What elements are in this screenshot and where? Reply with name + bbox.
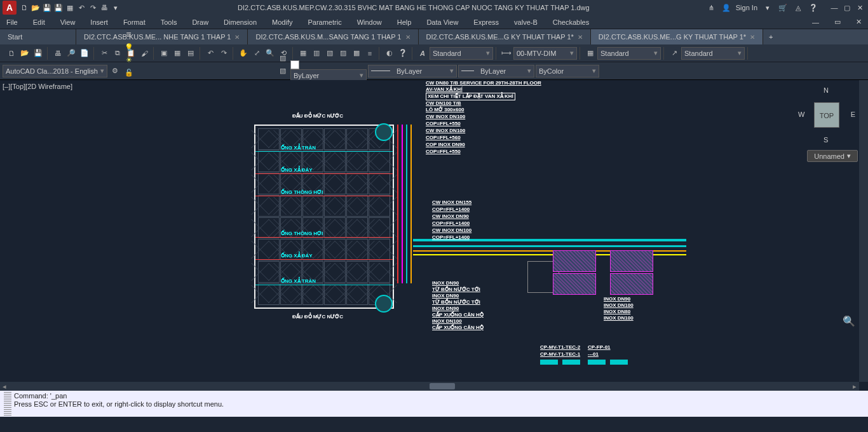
render-icon[interactable]: ◐ bbox=[383, 47, 396, 60]
linetype-dropdown[interactable]: ByLayer▾ bbox=[368, 65, 457, 78]
signin-link[interactable]: Sign In bbox=[736, 4, 757, 11]
menu-window[interactable]: Window bbox=[357, 18, 382, 26]
hatch-icon[interactable]: ▨ bbox=[276, 52, 289, 65]
layerprops-icon[interactable]: ≣ bbox=[123, 29, 135, 41]
menu-parametric[interactable]: Parametric bbox=[308, 18, 341, 26]
dd-icon[interactable]: ▾ bbox=[763, 3, 773, 13]
menu-express[interactable]: Express bbox=[473, 18, 499, 26]
tab-3[interactable]: DI2.CTC.ASB.KUS.ME...G KY THUAT THAP 1*✕ bbox=[419, 29, 591, 44]
redo-icon[interactable]: ↷ bbox=[217, 47, 230, 60]
tab-2[interactable]: DI2.CTC.ASB.KUS.M...SANG TANG 1 THAP 1✕ bbox=[248, 29, 418, 44]
magnifier-icon[interactable]: 🔍 bbox=[843, 315, 855, 327]
tablestyle-dropdown[interactable]: Standard▾ bbox=[597, 47, 661, 60]
menu-view[interactable]: View bbox=[60, 18, 76, 26]
viewcube-face[interactable]: TOP bbox=[814, 102, 839, 128]
cut-icon[interactable]: ✂ bbox=[98, 47, 111, 60]
cart-icon[interactable]: 🛒 bbox=[778, 3, 788, 13]
tab-start[interactable]: Start bbox=[0, 29, 76, 44]
menu-file[interactable]: File bbox=[6, 18, 18, 26]
grip-icon[interactable] bbox=[4, 392, 11, 415]
menu-valveb[interactable]: valve-B bbox=[514, 18, 538, 26]
tab-4[interactable]: DI2.CTC.ASB.KUS.ME...G KY THUAT THAP 1*✕ bbox=[591, 29, 763, 44]
mlead-icon[interactable]: ↗ bbox=[668, 47, 681, 60]
dim-icon[interactable]: ⟼ bbox=[500, 47, 513, 60]
menu-checkables[interactable]: Checkables bbox=[553, 18, 589, 26]
dimstyle-dropdown[interactable]: 00-MTV-DIM▾ bbox=[513, 47, 577, 60]
share-icon[interactable]: ◬ bbox=[793, 3, 803, 13]
bulb-icon[interactable]: 💡 bbox=[123, 41, 135, 54]
menu-modify[interactable]: Modify bbox=[272, 18, 292, 26]
viewport-label[interactable]: [–][Top][2D Wireframe] bbox=[3, 83, 72, 90]
open-icon[interactable]: 📂 bbox=[31, 3, 41, 13]
dropdown-icon[interactable]: ▾ bbox=[111, 3, 121, 13]
scrollbar-horizontal[interactable]: ◂ ▸ bbox=[0, 382, 859, 391]
help-icon[interactable]: ❔ bbox=[808, 3, 818, 13]
new-icon[interactable]: 🗋 bbox=[19, 3, 29, 13]
misc-icon[interactable]: ▦ bbox=[65, 3, 75, 13]
tab-1[interactable]: DI2.CTC.ASB.KUS.ME... NHE TANG 1 THAP 1✕ bbox=[76, 29, 248, 44]
new-icon[interactable]: 🗋 bbox=[5, 47, 18, 60]
mlead-dropdown[interactable]: Standard▾ bbox=[681, 47, 745, 60]
minimize-button[interactable]: — bbox=[829, 3, 840, 12]
print-icon[interactable]: 🖶 bbox=[51, 47, 64, 60]
hatch2-icon[interactable]: ▧ bbox=[276, 65, 289, 78]
connect-icon[interactable]: ⋔ bbox=[707, 3, 717, 13]
menu-help[interactable]: Help bbox=[397, 18, 412, 26]
menu-tools[interactable]: Tools bbox=[161, 18, 177, 26]
ssm-icon[interactable]: ▨ bbox=[337, 47, 349, 60]
sun-icon[interactable]: ☀ bbox=[123, 54, 135, 67]
undo-icon[interactable]: ↶ bbox=[204, 47, 217, 60]
menu-format[interactable]: Format bbox=[123, 18, 146, 26]
zoom-ext-icon[interactable]: ⤢ bbox=[250, 47, 263, 60]
undo-icon[interactable]: ↶ bbox=[76, 3, 86, 13]
text-icon[interactable]: A bbox=[416, 47, 429, 60]
scroll-right-icon[interactable]: ▸ bbox=[850, 382, 859, 391]
command-line[interactable]: Command: '_pan Press ESC or ENTER to exi… bbox=[0, 391, 868, 417]
close-icon[interactable]: ✕ bbox=[750, 34, 755, 41]
block2-icon[interactable]: ▦ bbox=[171, 47, 184, 60]
block3-icon[interactable]: ▤ bbox=[184, 47, 197, 60]
close-icon[interactable]: ✕ bbox=[234, 34, 240, 41]
qc-icon[interactable]: ≡ bbox=[363, 47, 376, 60]
menu-draw[interactable]: Draw bbox=[192, 18, 208, 26]
menu-insert[interactable]: Insert bbox=[90, 18, 108, 26]
menubar-restore-icon[interactable]: ▭ bbox=[834, 18, 841, 26]
print-icon[interactable]: 🖶 bbox=[99, 3, 109, 13]
app-logo[interactable]: A bbox=[3, 1, 17, 15]
scroll-left-icon[interactable]: ◂ bbox=[0, 382, 9, 391]
save-icon[interactable]: 💾 bbox=[32, 47, 44, 60]
close-icon[interactable]: ✕ bbox=[405, 34, 410, 41]
close-button[interactable]: ✕ bbox=[854, 3, 865, 12]
scroll-thumb[interactable] bbox=[430, 383, 455, 389]
maximize-button[interactable]: ▢ bbox=[841, 3, 853, 12]
mk-icon[interactable]: ▩ bbox=[350, 47, 363, 60]
zoom-win-icon[interactable]: 🔍 bbox=[264, 47, 276, 60]
new-tab-button[interactable]: + bbox=[763, 29, 778, 44]
menu-dataview[interactable]: Data View bbox=[426, 18, 458, 26]
save-icon[interactable]: 💾 bbox=[42, 3, 52, 13]
redo-icon[interactable]: ↷ bbox=[88, 3, 98, 13]
menubar-close-icon[interactable]: ✕ bbox=[856, 18, 862, 26]
saveas-icon[interactable]: 💾 bbox=[53, 3, 64, 13]
open-icon[interactable]: 📂 bbox=[18, 47, 31, 60]
lock-icon[interactable]: 🔓 bbox=[123, 67, 135, 79]
help-icon[interactable]: ❔ bbox=[397, 47, 409, 60]
lineweight-dropdown[interactable]: ByLayer▾ bbox=[458, 65, 534, 78]
publish-icon[interactable]: 📄 bbox=[78, 47, 91, 60]
gear-icon[interactable]: ⚙ bbox=[109, 65, 121, 78]
viewcube[interactable]: N E S W TOP bbox=[798, 86, 855, 144]
scrollbar-vertical[interactable] bbox=[859, 80, 868, 382]
plotstyle-dropdown[interactable]: ByColor▾ bbox=[536, 65, 599, 78]
view-unnamed-button[interactable]: Unnamed▾ bbox=[807, 150, 858, 162]
drawing-canvas[interactable]: [–][Top][2D Wireframe] N E S W TOP Unnam… bbox=[0, 80, 868, 391]
workspace-dropdown[interactable]: AutoCAD Cla...2018 - English▾ bbox=[3, 65, 107, 78]
textstyle-dropdown[interactable]: Standard▾ bbox=[430, 47, 493, 60]
dc-icon[interactable]: ▥ bbox=[310, 47, 323, 60]
pan-icon[interactable]: ✋ bbox=[237, 47, 250, 60]
menubar-min-icon[interactable]: — bbox=[812, 18, 819, 26]
color-swatch[interactable] bbox=[290, 60, 299, 69]
menu-dimension[interactable]: Dimension bbox=[224, 18, 257, 26]
props-icon[interactable]: ▦ bbox=[297, 47, 309, 60]
table-icon[interactable]: ▦ bbox=[584, 47, 597, 60]
preview-icon[interactable]: 🔎 bbox=[65, 47, 78, 60]
